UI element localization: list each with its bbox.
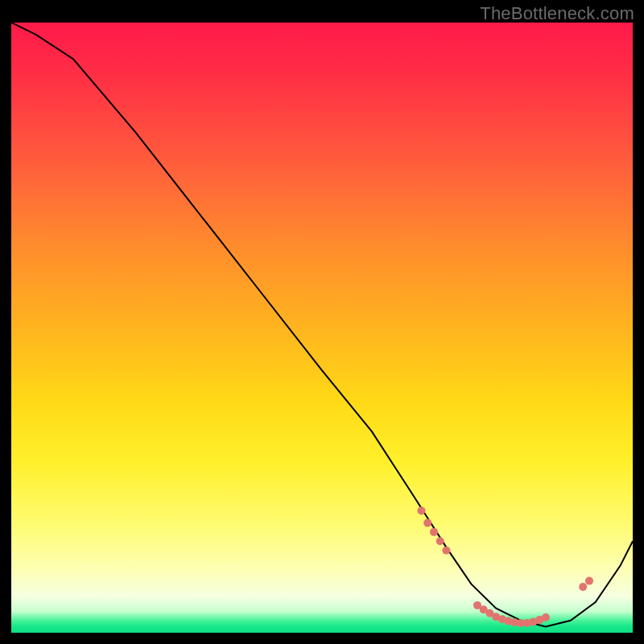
data-dot bbox=[423, 519, 431, 527]
plot-area bbox=[11, 23, 633, 633]
data-dot bbox=[579, 583, 587, 591]
curve-line bbox=[11, 23, 633, 626]
data-dot bbox=[418, 506, 426, 514]
data-dot bbox=[542, 613, 550, 621]
attribution-text: TheBottleneck.com bbox=[480, 3, 634, 24]
data-dot bbox=[585, 577, 593, 585]
data-dot bbox=[436, 537, 444, 545]
data-dot bbox=[442, 547, 450, 555]
data-dots bbox=[418, 506, 594, 627]
data-dot bbox=[430, 528, 438, 536]
chart-container: TheBottleneck.com bbox=[0, 0, 644, 644]
bottleneck-curve bbox=[11, 23, 633, 633]
